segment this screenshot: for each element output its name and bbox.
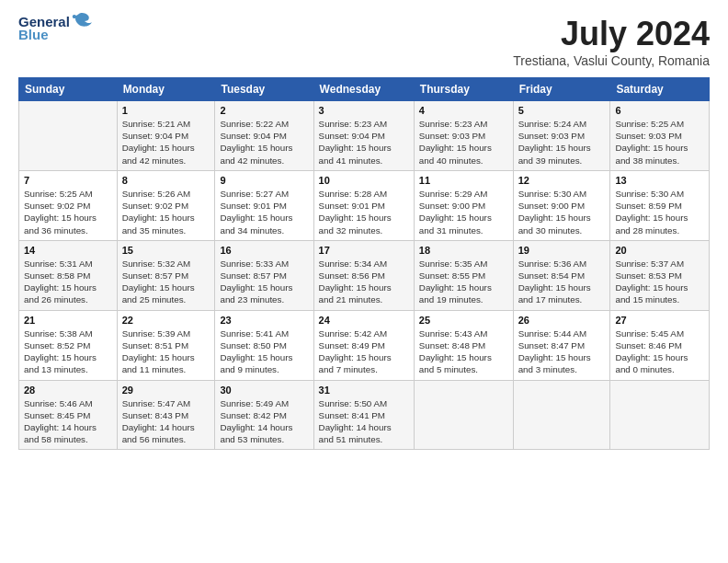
day-info: Sunrise: 5:24 AMSunset: 9:03 PMDaylight:… xyxy=(518,118,606,167)
calendar-cell: 22Sunrise: 5:39 AMSunset: 8:51 PMDayligh… xyxy=(117,310,215,380)
day-info: Sunrise: 5:49 AMSunset: 8:42 PMDaylight:… xyxy=(220,397,308,446)
day-number: 19 xyxy=(518,245,606,256)
calendar-week-row: 7Sunrise: 5:25 AMSunset: 9:02 PMDaylight… xyxy=(19,170,710,240)
day-number: 18 xyxy=(419,245,508,256)
calendar-cell: 7Sunrise: 5:25 AMSunset: 9:02 PMDaylight… xyxy=(19,170,118,240)
subtitle: Trestiana, Vaslui County, Romania xyxy=(513,53,710,68)
calendar-cell: 28Sunrise: 5:46 AMSunset: 8:45 PMDayligh… xyxy=(19,380,118,450)
day-number: 14 xyxy=(24,245,112,256)
calendar-cell: 11Sunrise: 5:29 AMSunset: 9:00 PMDayligh… xyxy=(414,170,513,240)
calendar-week-row: 1Sunrise: 5:21 AMSunset: 9:04 PMDaylight… xyxy=(19,101,710,171)
calendar-cell: 24Sunrise: 5:42 AMSunset: 8:49 PMDayligh… xyxy=(313,310,414,380)
day-info: Sunrise: 5:47 AMSunset: 8:43 PMDaylight:… xyxy=(122,397,210,446)
day-info: Sunrise: 5:37 AMSunset: 8:53 PMDaylight:… xyxy=(615,258,704,306)
calendar-cell: 2Sunrise: 5:22 AMSunset: 9:04 PMDaylight… xyxy=(215,101,313,171)
day-number: 16 xyxy=(220,245,308,256)
calendar-cell: 12Sunrise: 5:30 AMSunset: 9:00 PMDayligh… xyxy=(513,170,610,240)
calendar-cell: 27Sunrise: 5:45 AMSunset: 8:46 PMDayligh… xyxy=(610,310,710,380)
calendar-cell: 4Sunrise: 5:23 AMSunset: 9:03 PMDaylight… xyxy=(414,101,513,171)
calendar-cell: 6Sunrise: 5:25 AMSunset: 9:03 PMDaylight… xyxy=(610,101,710,171)
day-info: Sunrise: 5:23 AMSunset: 9:03 PMDaylight:… xyxy=(419,118,508,167)
day-number: 31 xyxy=(319,385,409,396)
day-number: 27 xyxy=(615,315,704,326)
day-number: 22 xyxy=(122,315,210,326)
day-info: Sunrise: 5:34 AMSunset: 8:56 PMDaylight:… xyxy=(319,258,409,306)
calendar-cell: 15Sunrise: 5:32 AMSunset: 8:57 PMDayligh… xyxy=(117,240,215,310)
day-number: 24 xyxy=(319,315,409,326)
calendar-week-row: 14Sunrise: 5:31 AMSunset: 8:58 PMDayligh… xyxy=(19,240,710,310)
day-number: 17 xyxy=(319,245,409,256)
day-info: Sunrise: 5:46 AMSunset: 8:45 PMDaylight:… xyxy=(24,397,112,446)
calendar-cell: 3Sunrise: 5:23 AMSunset: 9:04 PMDaylight… xyxy=(313,101,414,171)
day-info: Sunrise: 5:41 AMSunset: 8:50 PMDaylight:… xyxy=(220,327,308,376)
day-info: Sunrise: 5:33 AMSunset: 8:57 PMDaylight:… xyxy=(220,258,308,306)
day-info: Sunrise: 5:30 AMSunset: 8:59 PMDaylight:… xyxy=(615,188,704,236)
day-info: Sunrise: 5:31 AMSunset: 8:58 PMDaylight:… xyxy=(24,258,112,306)
day-number: 2 xyxy=(220,105,308,116)
day-number: 29 xyxy=(122,385,210,396)
header: General Blue July 2024 Trestiana, Vaslui… xyxy=(18,15,710,68)
calendar-cell: 21Sunrise: 5:38 AMSunset: 8:52 PMDayligh… xyxy=(19,310,118,380)
calendar-header-cell: Tuesday xyxy=(215,78,313,101)
day-number: 3 xyxy=(319,105,409,116)
calendar-cell: 18Sunrise: 5:35 AMSunset: 8:55 PMDayligh… xyxy=(414,240,513,310)
day-number: 4 xyxy=(419,105,508,116)
calendar-header-cell: Friday xyxy=(513,78,610,101)
day-number: 8 xyxy=(122,175,210,186)
day-info: Sunrise: 5:45 AMSunset: 8:46 PMDaylight:… xyxy=(615,327,704,376)
calendar-header-cell: Wednesday xyxy=(313,78,414,101)
day-info: Sunrise: 5:23 AMSunset: 9:04 PMDaylight:… xyxy=(319,118,409,167)
calendar-header-row: SundayMondayTuesdayWednesdayThursdayFrid… xyxy=(19,78,710,101)
calendar-cell xyxy=(414,380,513,450)
calendar-cell: 23Sunrise: 5:41 AMSunset: 8:50 PMDayligh… xyxy=(215,310,313,380)
calendar-cell: 9Sunrise: 5:27 AMSunset: 9:01 PMDaylight… xyxy=(215,170,313,240)
calendar-cell: 16Sunrise: 5:33 AMSunset: 8:57 PMDayligh… xyxy=(215,240,313,310)
calendar-cell: 29Sunrise: 5:47 AMSunset: 8:43 PMDayligh… xyxy=(117,380,215,450)
day-number: 9 xyxy=(220,175,308,186)
calendar-header-cell: Sunday xyxy=(19,78,118,101)
day-number: 6 xyxy=(615,105,704,116)
logo-blue-text: Blue xyxy=(18,27,49,42)
day-info: Sunrise: 5:27 AMSunset: 9:01 PMDaylight:… xyxy=(220,188,308,236)
calendar-cell: 19Sunrise: 5:36 AMSunset: 8:54 PMDayligh… xyxy=(513,240,610,310)
day-info: Sunrise: 5:36 AMSunset: 8:54 PMDaylight:… xyxy=(518,258,606,306)
logo-bird-icon xyxy=(72,12,92,29)
day-info: Sunrise: 5:28 AMSunset: 9:01 PMDaylight:… xyxy=(319,188,409,236)
day-number: 21 xyxy=(24,315,112,326)
day-number: 26 xyxy=(518,315,606,326)
calendar-table: SundayMondayTuesdayWednesdayThursdayFrid… xyxy=(18,77,710,450)
day-info: Sunrise: 5:39 AMSunset: 8:51 PMDaylight:… xyxy=(122,327,210,376)
calendar-cell xyxy=(610,380,710,450)
day-number: 12 xyxy=(518,175,606,186)
day-info: Sunrise: 5:35 AMSunset: 8:55 PMDaylight:… xyxy=(419,258,508,306)
day-number: 28 xyxy=(24,385,112,396)
calendar-cell: 20Sunrise: 5:37 AMSunset: 8:53 PMDayligh… xyxy=(610,240,710,310)
day-number: 11 xyxy=(419,175,508,186)
main-title: July 2024 xyxy=(513,15,710,53)
day-number: 10 xyxy=(319,175,409,186)
calendar-cell xyxy=(19,101,118,171)
day-info: Sunrise: 5:26 AMSunset: 9:02 PMDaylight:… xyxy=(122,188,210,236)
calendar-cell: 25Sunrise: 5:43 AMSunset: 8:48 PMDayligh… xyxy=(414,310,513,380)
calendar-header-cell: Thursday xyxy=(414,78,513,101)
day-info: Sunrise: 5:43 AMSunset: 8:48 PMDaylight:… xyxy=(419,327,508,376)
day-info: Sunrise: 5:32 AMSunset: 8:57 PMDaylight:… xyxy=(122,258,210,306)
day-info: Sunrise: 5:22 AMSunset: 9:04 PMDaylight:… xyxy=(220,118,308,167)
calendar-cell: 31Sunrise: 5:50 AMSunset: 8:41 PMDayligh… xyxy=(313,380,414,450)
day-number: 25 xyxy=(419,315,508,326)
day-info: Sunrise: 5:25 AMSunset: 9:02 PMDaylight:… xyxy=(24,188,112,236)
calendar-cell xyxy=(513,380,610,450)
calendar-cell: 13Sunrise: 5:30 AMSunset: 8:59 PMDayligh… xyxy=(610,170,710,240)
day-info: Sunrise: 5:29 AMSunset: 9:00 PMDaylight:… xyxy=(419,188,508,236)
calendar-cell: 1Sunrise: 5:21 AMSunset: 9:04 PMDaylight… xyxy=(117,101,215,171)
day-number: 15 xyxy=(122,245,210,256)
calendar-cell: 26Sunrise: 5:44 AMSunset: 8:47 PMDayligh… xyxy=(513,310,610,380)
calendar-cell: 14Sunrise: 5:31 AMSunset: 8:58 PMDayligh… xyxy=(19,240,118,310)
day-info: Sunrise: 5:25 AMSunset: 9:03 PMDaylight:… xyxy=(615,118,704,167)
calendar-week-row: 21Sunrise: 5:38 AMSunset: 8:52 PMDayligh… xyxy=(19,310,710,380)
calendar-cell: 5Sunrise: 5:24 AMSunset: 9:03 PMDaylight… xyxy=(513,101,610,171)
calendar-cell: 17Sunrise: 5:34 AMSunset: 8:56 PMDayligh… xyxy=(313,240,414,310)
day-number: 7 xyxy=(24,175,112,186)
title-area: July 2024 Trestiana, Vaslui County, Roma… xyxy=(513,15,710,68)
calendar-cell: 10Sunrise: 5:28 AMSunset: 9:01 PMDayligh… xyxy=(313,170,414,240)
